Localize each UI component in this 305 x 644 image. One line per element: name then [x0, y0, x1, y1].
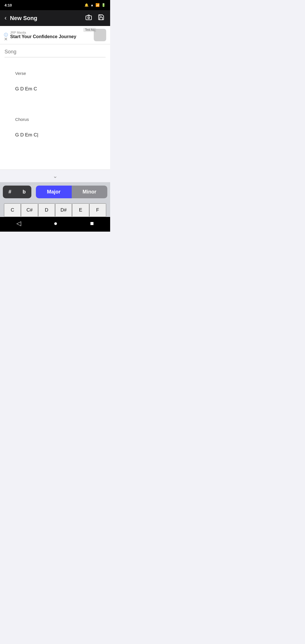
collapse-handle[interactable]: ⌄: [0, 169, 110, 182]
ad-content: JRP Manila Start Your Confidence Journey: [10, 31, 91, 39]
note-key-dsharp[interactable]: D#: [55, 203, 72, 217]
flat-button[interactable]: b: [17, 186, 31, 198]
home-nav-button[interactable]: ●: [54, 220, 57, 227]
status-bar: 4:10 🔔 ▲ 📶 🔋: [0, 0, 110, 10]
wifi-icon: ▲: [90, 3, 94, 7]
editor-area[interactable]: Verse G D Em C Chorus G D Em C|: [0, 44, 110, 169]
ad-close-button[interactable]: ✕: [4, 36, 8, 42]
minor-button[interactable]: Minor: [72, 186, 107, 198]
status-icons: 🔔 ▲ 📶 🔋: [84, 3, 106, 7]
home-nav-icon: ●: [54, 220, 57, 227]
note-key-f[interactable]: F: [89, 203, 106, 217]
camera-icon: [85, 15, 92, 22]
page-title: New Song: [10, 15, 81, 21]
song-title-input[interactable]: [5, 49, 106, 57]
verse-chords: G D Em C: [15, 86, 37, 92]
ad-tag: Test Ad: [83, 28, 96, 32]
battery-icon: 🔋: [101, 3, 106, 7]
note-key-csharp[interactable]: C#: [21, 203, 38, 217]
chorus-label: Chorus: [15, 117, 29, 122]
back-nav-icon: ◁: [16, 220, 21, 227]
ad-source: JRP Manila: [10, 31, 91, 34]
notification-icon: 🔔: [84, 3, 89, 7]
chorus-chords: G D Em C|: [15, 132, 38, 138]
note-keys: CC#DD#EF: [3, 201, 107, 217]
signal-icon: 📶: [95, 3, 100, 7]
save-button[interactable]: [97, 13, 106, 23]
major-button[interactable]: Major: [36, 186, 72, 198]
sharp-button[interactable]: #: [3, 186, 17, 198]
ad-headline: Start Your Confidence Journey: [10, 34, 91, 39]
bottom-nav: ◁ ● ■: [0, 217, 110, 232]
svg-rect-0: [86, 16, 91, 20]
note-key-e[interactable]: E: [72, 203, 89, 217]
back-button[interactable]: ‹: [5, 14, 6, 22]
song-body[interactable]: Verse G D Em C Chorus G D Em C|: [5, 62, 106, 169]
svg-point-1: [88, 17, 90, 19]
chord-toolbar: # b Major Minor CC#DD#EF: [0, 182, 110, 217]
header: ‹ New Song: [0, 10, 110, 26]
ad-banner: Test Ad ⓘ JRP Manila Start Your Confiden…: [0, 26, 110, 44]
chord-options: # b Major Minor: [3, 186, 107, 198]
note-key-d[interactable]: D: [38, 203, 55, 217]
save-icon: [98, 15, 104, 22]
chevron-down-icon: ⌄: [53, 173, 58, 179]
accidental-group: # b: [3, 186, 31, 198]
back-nav-button[interactable]: ◁: [16, 220, 21, 227]
recent-nav-button[interactable]: ■: [90, 220, 94, 227]
status-time: 4:10: [5, 3, 12, 7]
verse-label: Verse: [15, 71, 26, 76]
note-key-c[interactable]: C: [4, 203, 21, 217]
recent-nav-icon: ■: [90, 220, 94, 227]
camera-button[interactable]: [84, 13, 93, 23]
mode-group: Major Minor: [36, 186, 107, 198]
back-icon: ‹: [5, 14, 6, 22]
